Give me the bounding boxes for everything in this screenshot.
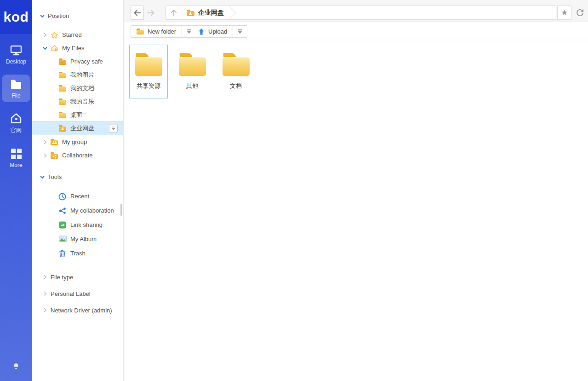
sidebar-item-recent[interactable]: Recent <box>32 189 123 203</box>
tree-item-label: 桌面 <box>70 111 82 119</box>
file-name: 共享资源 <box>137 82 160 90</box>
breadcrumb-chevron-icon <box>228 6 239 19</box>
rail-item-website[interactable]: 官网 <box>2 109 30 138</box>
sidebar: Position Starred My Files <box>32 0 124 381</box>
clock-icon <box>58 193 66 200</box>
sidebar-section-tools[interactable]: Tools <box>32 170 123 184</box>
folder-user-icon <box>59 125 67 132</box>
tree-item-label: My Album <box>70 236 97 242</box>
upload-label: Upload <box>208 28 227 35</box>
chevron-right-icon[interactable] <box>42 139 48 145</box>
item-dropdown-button[interactable] <box>109 124 118 133</box>
file-grid: 共享资源 其他 文档 <box>124 40 588 98</box>
tree-item-label: My collaboration <box>70 207 114 214</box>
rail-item-label: Desktop <box>6 58 26 65</box>
rail-item-desktop[interactable]: Desktop <box>2 40 30 68</box>
favorite-star-button[interactable]: ★ <box>557 6 571 20</box>
rail-item-label: More <box>10 162 22 168</box>
chevron-right-icon[interactable] <box>42 307 48 313</box>
sidebar-item-desktop-folder[interactable]: 桌面 <box>32 108 123 121</box>
sidebar-item-link-sharing[interactable]: Link sharing <box>32 218 123 232</box>
grid-icon <box>11 148 22 160</box>
upload-dropdown-button[interactable] <box>233 25 247 38</box>
file-name: 文档 <box>230 82 242 90</box>
sidebar-item-my-music[interactable]: 我的音乐 <box>32 95 123 108</box>
tree-item-label: Trash <box>70 250 86 257</box>
chevron-down-icon[interactable] <box>40 13 45 19</box>
app-window: kod Desktop File <box>0 0 588 381</box>
navigation-toolbar: 企业网盘 ★ <box>124 0 588 22</box>
sidebar-item-enterprise-disk[interactable]: 企业网盘 <box>32 121 123 135</box>
sidebar-item-starred[interactable]: Starred <box>32 28 123 41</box>
sidebar-item-my-album[interactable]: My Album <box>32 232 123 246</box>
tree-item-label: 我的文档 <box>70 84 94 92</box>
file-list-area[interactable]: 共享资源 其他 文档 <box>124 40 588 381</box>
sidebar-scrollbar[interactable] <box>120 204 122 216</box>
new-folder-button[interactable]: New folder <box>131 25 182 38</box>
chevron-right-icon[interactable] <box>42 153 48 158</box>
sidebar-item-collaborate[interactable]: Collaborate <box>32 149 123 162</box>
sidebar-section-position[interactable]: Position <box>32 9 123 23</box>
link-share-icon <box>59 221 67 229</box>
tree-item-label: 我的图片 <box>70 71 94 79</box>
home-folder-icon <box>51 45 58 52</box>
rail-item-label: File <box>11 92 20 99</box>
new-folder-label: New folder <box>148 28 176 35</box>
rail-item-file[interactable]: File <box>2 75 30 102</box>
upload-button[interactable]: Upload <box>192 25 233 38</box>
chevron-right-icon[interactable] <box>42 274 48 280</box>
sidebar-item-my-pictures[interactable]: 我的图片 <box>32 68 123 81</box>
file-item-folder[interactable]: 文档 <box>217 45 255 98</box>
chevron-down-icon[interactable] <box>42 46 48 51</box>
breadcrumb-item-current[interactable]: 企业网盘 <box>182 6 228 19</box>
chevron-right-icon[interactable] <box>42 32 48 38</box>
folder-icon <box>179 53 206 76</box>
breadcrumb-label: 企业网盘 <box>198 9 224 17</box>
tree-item-label: 我的音乐 <box>70 98 94 106</box>
main-panel: 企业网盘 ★ New folder <box>124 0 588 381</box>
tree-item-label: My Files <box>62 45 84 52</box>
sidebar-item-privacy-safe[interactable]: Privacy safe <box>32 55 123 68</box>
file-item-folder[interactable]: 其他 <box>173 45 211 98</box>
upload-arrow-icon <box>198 28 205 35</box>
file-item-folder[interactable]: 共享资源 <box>129 45 168 98</box>
folder-icon <box>135 53 162 76</box>
folder-icon <box>10 78 22 90</box>
monitor-icon <box>10 44 22 56</box>
file-name: 其他 <box>186 82 198 90</box>
sidebar-section-network-driver[interactable]: Network Driver (admin) <box>32 302 123 318</box>
rail-item-more[interactable]: More <box>2 144 30 172</box>
action-toolbar: New folder Upload <box>124 22 588 39</box>
folder-group-icon <box>51 139 58 146</box>
chevron-down-icon[interactable] <box>40 174 45 180</box>
section-label: Personal Label <box>51 290 91 297</box>
folder-share-icon <box>51 152 58 159</box>
upload-splitbutton: Upload <box>192 25 247 38</box>
folder-icon <box>137 28 144 35</box>
forward-button[interactable] <box>144 6 157 20</box>
section-label: Tools <box>48 173 62 180</box>
refresh-button[interactable] <box>573 6 587 20</box>
back-button[interactable] <box>131 6 144 20</box>
section-label: Network Driver (admin) <box>51 307 112 314</box>
sidebar-item-my-documents[interactable]: 我的文档 <box>32 81 123 95</box>
sidebar-item-my-group[interactable]: My group <box>32 135 123 149</box>
folder-icon <box>59 71 67 79</box>
sidebar-item-my-collaboration[interactable]: My collaboration <box>32 203 123 218</box>
home-icon <box>10 112 22 124</box>
chevron-right-icon[interactable] <box>42 291 48 296</box>
share-nodes-icon <box>59 207 67 214</box>
kod-logo[interactable]: kod <box>0 0 32 34</box>
folder-icon <box>59 98 67 105</box>
sidebar-item-my-files[interactable]: My Files <box>32 41 123 55</box>
new-folder-splitbutton: New folder <box>131 25 196 38</box>
folder-icon <box>59 111 67 119</box>
sidebar-section-personal-label[interactable]: Personal Label <box>32 285 123 302</box>
tree-item-label: Starred <box>62 31 82 38</box>
folder-user-icon <box>187 9 195 17</box>
notification-bell-icon[interactable] <box>0 363 32 370</box>
up-button[interactable] <box>166 6 182 19</box>
sidebar-section-file-type[interactable]: File type <box>32 269 123 285</box>
album-icon <box>59 236 67 243</box>
sidebar-item-trash[interactable]: Trash <box>32 246 123 260</box>
